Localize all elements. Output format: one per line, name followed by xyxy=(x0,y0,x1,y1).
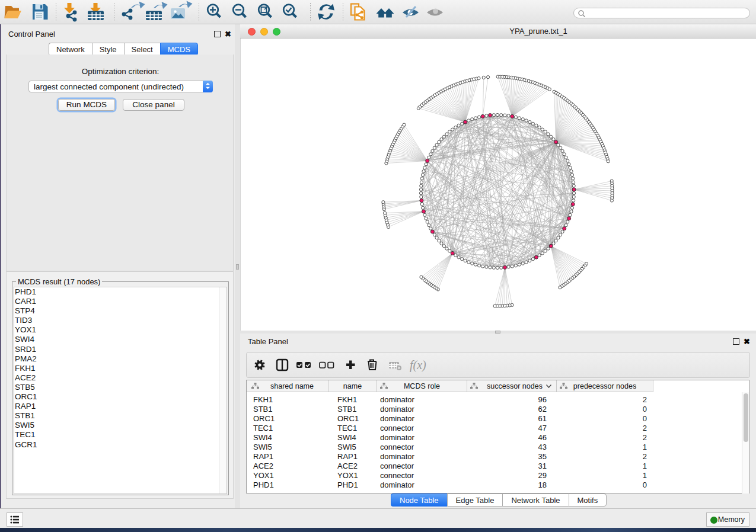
svg-text:f(x): f(x) xyxy=(410,358,426,372)
